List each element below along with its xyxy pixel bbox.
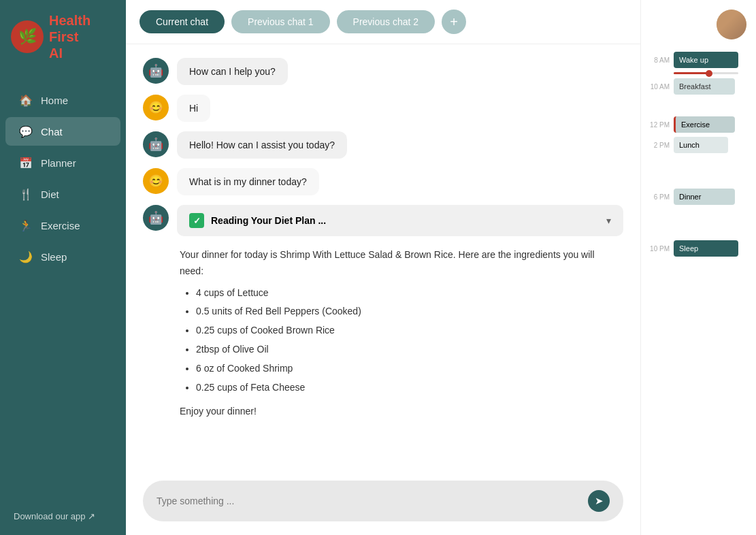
diet-plan-content: Your dinner for today is Shrimp With Let…	[177, 236, 623, 431]
sidebar-item-home[interactable]: 🏠 Home	[5, 86, 120, 114]
avatar-face	[717, 10, 746, 39]
main-area: Current chat Previous chat 1 Previous ch…	[126, 0, 640, 535]
sidebar-label-home: Home	[41, 95, 68, 106]
user-avatar: 😊	[143, 95, 169, 120]
exercise-icon: 🏃	[19, 218, 33, 232]
timeline-bar-sleep: Sleep	[674, 240, 738, 257]
list-item: 4 cups of Lettuce	[196, 285, 621, 302]
timeline-time-lunch: 2 PM	[648, 142, 670, 149]
message-input[interactable]	[157, 496, 588, 506]
send-button[interactable]: ➤	[588, 490, 610, 512]
chat-area: 🤖 How can I help you? 😊 Hi 🤖 Hello! How …	[126, 44, 640, 470]
diet-plan-title: Reading Your Diet Plan ...	[211, 215, 326, 226]
download-link[interactable]: Download our app ↗	[0, 498, 126, 535]
sidebar-label-sleep: Sleep	[41, 251, 67, 263]
timeline-item-exercise: 12 PM Exercise	[648, 116, 756, 133]
chevron-down-icon: ▾	[606, 215, 611, 226]
list-item: 2tbsp of Olive Oil	[196, 342, 621, 358]
tab-current-chat[interactable]: Current chat	[139, 10, 225, 33]
timeline-bar-dinner: Dinner	[674, 189, 735, 205]
message-input-box: ➤	[143, 481, 623, 521]
list-item: 0.25 cups of Cooked Brown Rice	[196, 323, 621, 339]
timeline-time-exercise: 12 PM	[648, 121, 670, 129]
diet-plan-header[interactable]: ✓ Reading Your Diet Plan ... ▾	[177, 205, 623, 236]
user-avatar: 😊	[143, 168, 169, 194]
timeline-item-lunch: 2 PM Lunch	[648, 137, 756, 153]
timeline-time-sleep: 10 PM	[648, 245, 670, 253]
diet-plan-header-left: ✓ Reading Your Diet Plan ...	[189, 213, 326, 228]
timeline-time-wakeup: 8 AM	[648, 56, 670, 64]
ai-avatar: 🤖	[143, 131, 169, 157]
sidebar-label-planner: Planner	[41, 157, 76, 169]
diet-plan-closing: Enjoy your dinner!	[180, 404, 621, 420]
download-label: Download our app ↗	[14, 511, 95, 521]
planner-icon: 📅	[19, 156, 33, 169]
ai-message-1: How can I help you?	[177, 58, 288, 85]
diet-plan-card: ✓ Reading Your Diet Plan ... ▾ Your dinn…	[177, 205, 623, 431]
timeline-item-dinner: 6 PM Dinner	[648, 189, 756, 205]
diet-icon: 🍴	[19, 187, 33, 201]
timeline-item-sleep: 10 PM Sleep	[648, 240, 756, 257]
user-message-1: Hi	[177, 95, 210, 122]
sidebar-item-planner[interactable]: 📅 Planner	[5, 148, 120, 177]
sidebar: 🌿 Health First AI 🏠 Home 💬 Chat 📅 Planne…	[0, 0, 126, 535]
sidebar-label-exercise: Exercise	[41, 220, 80, 231]
sidebar-item-sleep[interactable]: 🌙 Sleep	[5, 242, 120, 271]
message-row: 😊 Hi	[143, 95, 623, 122]
message-row: 🤖 Hello! How can I assist you today?	[143, 131, 623, 159]
list-item: 6 oz of Cooked Shrimp	[196, 361, 621, 377]
nav-items: 🏠 Home 💬 Chat 📅 Planner 🍴 Diet 🏃 Exercis…	[0, 74, 126, 498]
diet-plan-message-row: 🤖 ✓ Reading Your Diet Plan ... ▾ Your di…	[143, 205, 623, 431]
add-tab-button[interactable]: +	[442, 10, 466, 34]
message-row: 🤖 How can I help you?	[143, 58, 623, 85]
tab-prev-chat-1[interactable]: Previous chat 1	[231, 10, 330, 33]
input-area: ➤	[126, 470, 640, 535]
timeline-bar-breakfast: Breakfast	[674, 78, 735, 95]
message-row: 😊 What is in my dinner today?	[143, 168, 623, 195]
app-name: Health First AI	[49, 12, 91, 61]
ingredients-list: 4 cups of Lettuce 0.5 units of Red Bell …	[180, 285, 621, 396]
ai-message-2: Hello! How can I assist you today?	[177, 131, 347, 159]
timeline-bar-exercise: Exercise	[674, 116, 735, 133]
sidebar-item-exercise[interactable]: 🏃 Exercise	[5, 211, 120, 240]
chat-icon: 💬	[19, 125, 33, 138]
timeline-bar-wakeup: Wake up	[674, 52, 738, 68]
timeline-time-dinner: 6 PM	[648, 193, 670, 201]
sleep-icon: 🌙	[19, 250, 33, 263]
ai-avatar: 🤖	[143, 205, 169, 231]
timeline-sidebar: 8 AM Wake up 10 AM Breakfast	[640, 0, 756, 535]
logo-area: 🌿 Health First AI	[0, 0, 126, 74]
timeline-bar-lunch: Lunch	[674, 137, 728, 153]
user-profile-avatar[interactable]	[717, 10, 746, 39]
list-item: 0.25 cups of Feta Cheese	[196, 380, 621, 396]
sidebar-label-diet: Diet	[41, 189, 59, 200]
logo-icon: 🌿	[11, 20, 44, 53]
ai-avatar: 🤖	[143, 58, 169, 84]
tab-prev-chat-2[interactable]: Previous chat 2	[337, 10, 435, 33]
user-message-2: What is in my dinner today?	[177, 168, 319, 195]
sidebar-item-diet[interactable]: 🍴 Diet	[5, 180, 120, 208]
timeline-item-wakeup: 8 AM Wake up	[648, 52, 756, 68]
check-icon: ✓	[189, 213, 204, 228]
diet-plan-intro: Your dinner for today is Shrimp With Let…	[180, 247, 621, 280]
home-icon: 🏠	[19, 93, 33, 107]
list-item: 0.5 units of Red Bell Peppers (Cooked)	[196, 304, 621, 320]
sidebar-item-chat[interactable]: 💬 Chat	[5, 117, 120, 146]
sidebar-label-chat: Chat	[41, 126, 63, 137]
tabs-bar: Current chat Previous chat 1 Previous ch…	[126, 0, 640, 44]
timeline-container: 8 AM Wake up 10 AM Breakfast	[641, 52, 756, 257]
timeline-time-breakfast: 10 AM	[648, 83, 670, 91]
timeline-item-breakfast: 10 AM Breakfast	[648, 78, 756, 95]
